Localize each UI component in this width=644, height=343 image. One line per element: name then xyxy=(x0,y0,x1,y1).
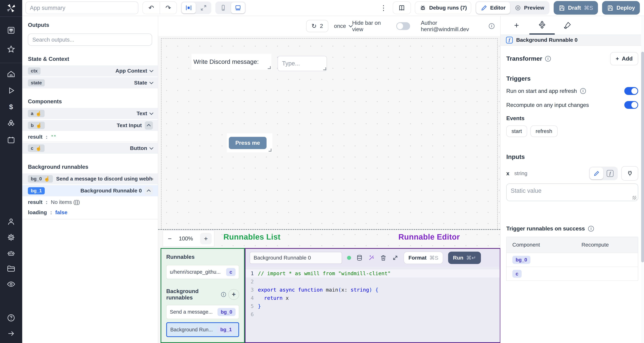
eval-mode-button[interactable]: f xyxy=(603,168,617,179)
home-icon[interactable] xyxy=(0,66,22,82)
runnable-item-script[interactable]: u/henri/scrape_githu... c xyxy=(166,265,239,279)
tab-settings[interactable] xyxy=(529,16,555,34)
hide-bar-toggle[interactable] xyxy=(396,22,410,30)
runnable-item-label: Background Run... xyxy=(170,327,217,332)
chevron-down-icon[interactable] xyxy=(149,80,154,84)
run-on-start-toggle[interactable] xyxy=(624,87,638,95)
resize-handle-icon[interactable] xyxy=(269,148,272,152)
app-summary-input[interactable] xyxy=(26,2,138,14)
static-value-textarea[interactable] xyxy=(506,184,638,201)
cache-icon[interactable] xyxy=(356,254,363,261)
tab-preview[interactable]: Preview xyxy=(510,2,549,14)
debug-runs-button[interactable]: Debug runs (7) xyxy=(415,2,471,14)
chevron-down-icon[interactable] xyxy=(149,68,154,72)
refresh-mode-dropdown[interactable]: once xyxy=(334,23,352,29)
info-icon[interactable]: i xyxy=(545,56,551,62)
connect-plug-button[interactable] xyxy=(621,166,638,180)
zoom-out-button[interactable]: − xyxy=(168,235,172,242)
deploy-button[interactable]: Deploy xyxy=(602,1,640,14)
scrollbar-track[interactable] xyxy=(641,16,644,343)
text-component[interactable]: Write Discord message: xyxy=(192,54,272,70)
ai-wand-icon[interactable] xyxy=(368,254,375,261)
audit-eye-icon[interactable] xyxy=(0,276,22,292)
runnables-list-annotation: Runnables List xyxy=(224,232,280,241)
plug-icon xyxy=(626,170,634,177)
plus-icon: + xyxy=(514,20,519,30)
runs-play-icon[interactable] xyxy=(0,83,22,98)
add-bg-runnable-button[interactable]: + xyxy=(228,289,239,300)
redo-button[interactable]: ↷ xyxy=(160,2,176,14)
undo-button[interactable]: ↶ xyxy=(143,2,160,14)
schedules-calendar-icon[interactable] xyxy=(0,132,22,148)
output-row-a[interactable]: a☝ Text xyxy=(22,108,158,119)
mobile-view-button[interactable] xyxy=(216,2,230,14)
textinput-component[interactable] xyxy=(278,56,327,71)
bg0-label: Send a message to discord using webhoo xyxy=(56,176,153,182)
scrollbar-thumb[interactable] xyxy=(641,52,644,262)
code-editor[interactable]: 1// import * as wmill from "windmill-cli… xyxy=(246,267,500,342)
favorites-star-icon[interactable] xyxy=(0,41,22,57)
folders-icon[interactable] xyxy=(0,261,22,276)
tab-theme[interactable] xyxy=(555,16,580,34)
refresh-all-button[interactable]: ↻ 2 xyxy=(306,20,328,32)
search-outputs-input[interactable] xyxy=(28,34,152,46)
runnable-item-bg1-selected[interactable]: Background Run... bg_1 xyxy=(166,322,239,337)
delete-trash-icon[interactable] xyxy=(380,254,387,261)
zoom-in-button[interactable]: + xyxy=(200,233,212,244)
windmill-logo[interactable] xyxy=(0,0,22,16)
more-menu-icon[interactable]: ⋮ xyxy=(378,4,389,12)
resize-handle-icon[interactable] xyxy=(268,66,270,69)
info-icon[interactable]: i xyxy=(580,88,586,94)
docs-button[interactable] xyxy=(393,2,411,14)
output-row-c[interactable]: c☝ Button xyxy=(22,143,158,154)
runnable-item-bg0[interactable]: Send a message... bg_0 xyxy=(166,305,239,319)
chevron-down-icon[interactable] xyxy=(149,146,154,150)
tab-editor[interactable]: Editor xyxy=(476,2,510,14)
collapse-button[interactable] xyxy=(145,187,153,195)
button-component[interactable]: Press me xyxy=(227,134,272,152)
resources-cubes-icon[interactable] xyxy=(0,116,22,131)
press-me-button[interactable]: Press me xyxy=(229,137,267,149)
bg0-badge: bg_0☝ xyxy=(28,175,53,182)
table-row: bg_0 xyxy=(506,253,638,267)
output-row-bg0[interactable]: bg_0☝ Send a message to discord using we… xyxy=(22,173,158,184)
event-chip-start[interactable]: start xyxy=(506,126,527,137)
info-icon[interactable]: i xyxy=(588,226,594,232)
format-button[interactable]: Format⌘S xyxy=(404,252,443,264)
output-row-state[interactable]: state State xyxy=(22,77,158,88)
help-icon[interactable] xyxy=(0,310,22,326)
collapse-button[interactable] xyxy=(145,121,153,130)
draft-button[interactable]: Draft ⌘S xyxy=(554,1,598,14)
run-button[interactable]: Run⌘↵ xyxy=(448,252,481,264)
resize-handle-icon[interactable] xyxy=(323,68,326,70)
output-row-b[interactable]: b☝ Text Input xyxy=(22,120,158,131)
static-mode-button[interactable] xyxy=(590,168,603,179)
add-transformer-button[interactable]: +Add xyxy=(610,52,638,65)
expand-icon[interactable] xyxy=(392,254,399,261)
canvas-grid[interactable]: Write Discord message: Press me − 100% +… xyxy=(158,36,500,343)
workers-robot-icon[interactable] xyxy=(0,245,22,261)
output-row-bg1[interactable]: bg_1 Background Runnable 0 xyxy=(22,185,158,196)
info-icon[interactable]: i xyxy=(221,292,226,297)
outputs-title: Outputs xyxy=(22,16,158,28)
info-icon[interactable]: i xyxy=(489,23,495,29)
desktop-view-button[interactable] xyxy=(231,2,245,14)
recompute-toggle[interactable] xyxy=(624,101,638,109)
refresh-mode-value: once xyxy=(334,23,346,29)
fullscreen-button[interactable] xyxy=(196,2,210,14)
chevron-down-icon[interactable] xyxy=(149,111,154,115)
editor-preview-toggle: Editor Preview xyxy=(476,1,550,14)
variables-dollar-icon[interactable]: $ xyxy=(0,99,22,115)
discord-message-input[interactable] xyxy=(278,56,327,71)
apps-icon[interactable] xyxy=(0,22,22,38)
users-icon[interactable] xyxy=(0,214,22,230)
runnable-name-input[interactable] xyxy=(250,252,342,264)
event-chip-refresh[interactable]: refresh xyxy=(530,126,558,137)
mobile-icon xyxy=(220,4,227,11)
center-align-button[interactable] xyxy=(182,2,196,14)
tab-insert[interactable]: + xyxy=(504,16,529,34)
settings-gear-icon[interactable] xyxy=(0,230,22,245)
collapse-arrow-icon[interactable] xyxy=(0,326,22,341)
output-row-ctx[interactable]: ctx App Context xyxy=(22,66,158,76)
selected-component-title: Background Runnable 0 xyxy=(516,37,578,43)
